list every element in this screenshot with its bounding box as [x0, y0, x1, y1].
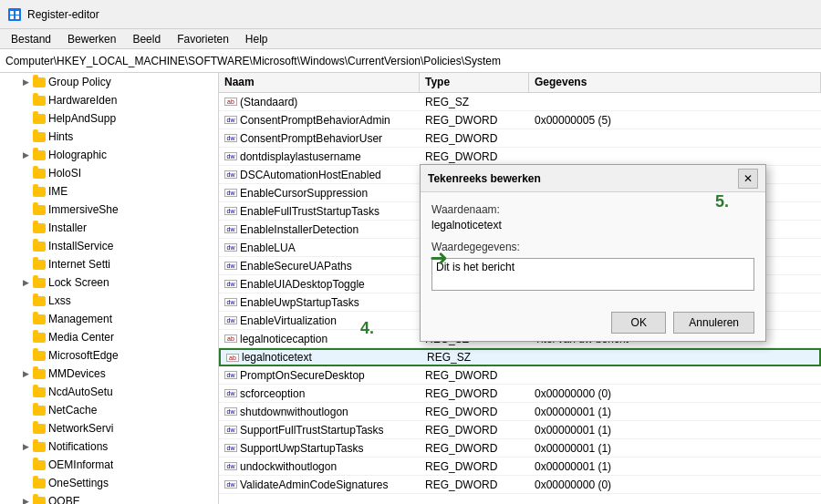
folder-icon — [33, 460, 46, 470]
reg-icon: dw — [224, 462, 237, 470]
waardegegevens-input[interactable]: <span data-bind="dialog.waardegegevens_v… — [431, 258, 754, 291]
tree-item-onesettings[interactable]: ▶ OneSettings — [0, 474, 218, 492]
value-type: REG_DWORD — [420, 405, 529, 419]
value-gegevens — [529, 138, 821, 139]
menu-bestand[interactable]: Bestand — [4, 31, 58, 47]
value-row-dontdisplaylastusername[interactable]: dw dontdisplaylastusername REG_DWORD — [219, 148, 821, 166]
value-row-shutdownwithoutlogon[interactable]: dw shutdownwithoutlogon REG_DWORD 0x0000… — [219, 403, 821, 421]
value-naam: dontdisplaylastusername — [240, 150, 361, 163]
tree-label: Media Center — [48, 331, 114, 344]
folder-icon — [33, 351, 46, 361]
value-gegevens: 0x00000001 (1) — [529, 423, 821, 437]
value-row-supportuwpstartuptasks[interactable]: dw SupportUwpStartupTasks REG_DWORD 0x00… — [219, 439, 821, 458]
tree-item-holographic[interactable]: ▶ Holographic — [0, 146, 218, 164]
value-row-standaard[interactable]: ab (Standaard) REG_SZ — [219, 93, 821, 111]
value-gegevens — [529, 101, 821, 103]
value-naam: PromptOnSecureDesktop — [240, 369, 365, 382]
value-row-legalnoticetext[interactable]: ab legalnoticetext REG_SZ — [219, 348, 821, 366]
title-bar: Register-editor — [0, 0, 821, 29]
tree-item-networkservi[interactable]: ▶ NetworkServi — [0, 419, 218, 437]
tree-label: Notifications — [48, 440, 108, 453]
col-header-naam[interactable]: Naam — [219, 73, 420, 92]
tree-label: NetCache — [48, 404, 97, 417]
value-naam: legalnoticetext — [242, 351, 312, 364]
ok-button[interactable]: OK — [611, 312, 666, 334]
value-row-validateadmincodesignatures[interactable]: dw ValidateAdminCodeSignatures REG_DWORD… — [219, 476, 821, 494]
tree-label: NetworkServi — [48, 422, 113, 435]
dialog-buttons: OK Annuleren — [421, 304, 765, 341]
folder-icon — [33, 369, 46, 379]
value-row-undockwithoutlogon[interactable]: dw undockwithoutlogon REG_DWORD 0x000000… — [219, 458, 821, 476]
menu-favorieten[interactable]: Favorieten — [170, 31, 236, 47]
tree-item-immersiveshe[interactable]: ▶ ImmersiveShe — [0, 201, 218, 219]
tree-item-helpandsupp[interactable]: ▶ HelpAndSupp — [0, 109, 218, 128]
folder-icon — [33, 278, 46, 288]
tree-item-group-policy[interactable]: ▶ Group Policy — [0, 73, 218, 91]
folder-icon — [33, 132, 46, 142]
tree-item-notifications[interactable]: ▶ Notifications — [0, 437, 218, 456]
tree-label: NcdAutoSetu — [48, 386, 113, 398]
annuleren-button[interactable]: Annuleren — [673, 312, 754, 334]
tree-item-lock-screen[interactable]: ▶ Lock Screen — [0, 273, 218, 292]
dialog-close-button[interactable]: ✕ — [738, 169, 758, 189]
value-naam: (Standaard) — [240, 96, 297, 108]
tree-item-management[interactable]: ▶ Management — [0, 310, 218, 328]
value-naam: undockwithoutlogon — [240, 460, 337, 473]
tree-item-netcache[interactable]: ▶ NetCache — [0, 401, 218, 419]
value-gegevens — [529, 375, 821, 376]
expand-arrow: ▶ — [18, 366, 33, 381]
value-naam: ValidateAdminCodeSignatures — [240, 478, 389, 491]
value-gegevens: 0x00000001 (1) — [529, 405, 821, 419]
folder-icon — [33, 223, 46, 233]
tree-item-mmdevices[interactable]: ▶ MMDevices — [0, 365, 218, 383]
reg-icon: dw — [224, 207, 237, 215]
reg-icon: dw — [224, 389, 237, 397]
waardenaam-label: Waardenaam: — [431, 203, 754, 216]
value-row-promptonsecuredesktop[interactable]: dw PromptOnSecureDesktop REG_DWORD — [219, 366, 821, 385]
value-row-scforceoption[interactable]: dw scforceoption REG_DWORD 0x00000000 (0… — [219, 385, 821, 403]
value-row-consentpromptbehavioruser[interactable]: dw ConsentPromptBehaviorUser REG_DWORD — [219, 129, 821, 148]
value-naam: DSCAutomationHostEnabled — [240, 169, 381, 181]
menu-bewerken[interactable]: Bewerken — [60, 31, 123, 47]
tree-item-installservice[interactable]: ▶ InstallService — [0, 237, 218, 255]
edit-string-dialog[interactable]: Tekenreeks bewerken ✕ Waardenaam: legaln… — [420, 164, 766, 342]
value-naam: legalnoticecaption — [240, 333, 327, 345]
value-naam: EnableUwpStartupTasks — [240, 296, 359, 309]
tree-item-ncdautosetu[interactable]: ▶ NcdAutoSetu — [0, 383, 218, 401]
tree-item-media-center[interactable]: ▶ Media Center — [0, 328, 218, 346]
reg-icon: dw — [224, 316, 237, 324]
address-bar: Computer\HKEY_LOCAL_MACHINE\SOFTWARE\Mic… — [0, 49, 821, 73]
value-row-consentpromptbehavioradmin[interactable]: dw ConsentPromptBehaviorAdmin REG_DWORD … — [219, 111, 821, 129]
tree-item-ime[interactable]: ▶ IME — [0, 182, 218, 201]
tree-item-internet-settings[interactable]: ▶ Internet Setti — [0, 255, 218, 273]
tree-item-oeminformat[interactable]: ▶ OEMInformat — [0, 456, 218, 474]
value-gegevens: 0x00000000 (0) — [529, 386, 821, 401]
tree-label: OneSettings — [48, 477, 109, 489]
value-naam: EnableInstallerDetection — [240, 223, 359, 236]
annotation-5: 5. — [715, 192, 729, 211]
tree-item-hints[interactable]: ▶ Hints — [0, 128, 218, 146]
tree-item-microsoftedge[interactable]: ▶ MicrosoftEdge — [0, 346, 218, 365]
tree-item-oobe[interactable]: ▶ OOBE — [0, 492, 218, 504]
col-header-gegevens[interactable]: Gegevens — [529, 73, 821, 92]
value-row-supportfulltrustStartuptasks[interactable]: dw SupportFullTrustStartupTasks REG_DWOR… — [219, 421, 821, 439]
value-type: REG_DWORD — [420, 131, 529, 146]
tree-item-lxss[interactable]: ▶ Lxss — [0, 292, 218, 310]
folder-icon — [33, 478, 46, 489]
tree-item-holosi[interactable]: ▶ HoloSI — [0, 164, 218, 182]
value-type: REG_DWORD — [420, 113, 529, 128]
value-type: REG_DWORD — [420, 478, 529, 492]
col-header-type[interactable]: Type — [420, 73, 529, 92]
folder-icon — [33, 333, 46, 343]
menu-beeld[interactable]: Beeld — [125, 31, 168, 47]
tree-label: OOBE — [48, 495, 80, 504]
tree-item-hardwareident[interactable]: ▶ HardwareIden — [0, 91, 218, 109]
reg-icon: dw — [224, 444, 237, 452]
tree-label: Group Policy — [48, 76, 111, 88]
tree-label: Lock Screen — [48, 276, 109, 289]
value-gegevens: 0x00000005 (5) — [529, 113, 821, 128]
menu-help[interactable]: Help — [238, 31, 275, 47]
tree-item-installer[interactable]: ▶ Installer — [0, 219, 218, 237]
folder-icon — [33, 424, 46, 434]
value-gegevens: 0x00000000 (0) — [529, 478, 821, 492]
